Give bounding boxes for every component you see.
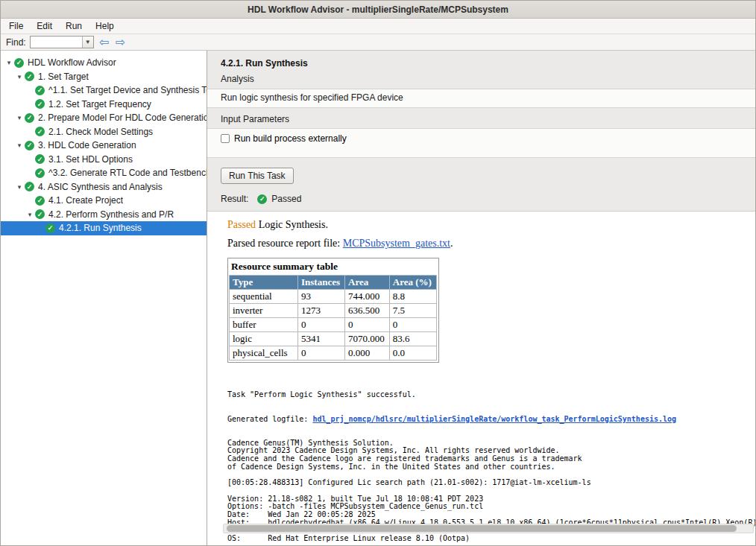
passed-check-icon: [25, 141, 34, 150]
find-next-arrow-icon[interactable]: ⇨: [114, 36, 127, 48]
tree-item[interactable]: 3.1. Set HDL Options: [1, 153, 207, 167]
tree-item-label: 4.2. Perform Synthesis and P/R: [48, 209, 174, 220]
expander-down-icon[interactable]: ▾: [14, 183, 25, 191]
tree-item[interactable]: ▾4.2. Perform Synthesis and P/R: [1, 208, 207, 222]
menu-edit[interactable]: Edit: [30, 19, 59, 33]
passed-check-icon: [35, 154, 45, 164]
tree-item[interactable]: 2.1. Check Model Settings: [1, 125, 207, 139]
expander-down-icon[interactable]: ▾: [14, 73, 25, 80]
table-cell: 1273: [298, 304, 345, 318]
tree-item-label: 4.2.1. Run Synthesis: [59, 223, 142, 233]
passed-check-icon: [25, 182, 34, 191]
passed-check-icon: [25, 113, 34, 123]
passed-check-icon: [35, 86, 45, 95]
menu-file[interactable]: File: [2, 19, 30, 33]
table-cell: 0: [389, 318, 436, 332]
synthesis-log: Task "Perform Logic Synthesis" successfu…: [227, 375, 755, 545]
find-dropdown-button[interactable]: ▼: [82, 36, 93, 48]
passed-check-icon: [35, 99, 45, 109]
passed-check-icon: [25, 72, 34, 81]
tree-item-label: 1. Set Target: [38, 72, 89, 82]
resource-summary-table: TypeInstancesAreaArea (%)sequential93744…: [229, 275, 437, 361]
window-title: HDL Workflow Advisor - multiplierSingleR…: [248, 4, 508, 15]
tree-item[interactable]: ▾3. HDL Code Generation: [1, 139, 207, 153]
parsed-prefix: Parsed resource report file:: [227, 238, 343, 249]
task-title: 4.2.1. Run Synthesis: [207, 51, 755, 71]
expander-down-icon[interactable]: ▾: [14, 114, 25, 121]
section-analysis-label: Analysis: [207, 71, 755, 89]
expander-down-icon[interactable]: ▾: [25, 211, 35, 218]
tree-item-label: 2. Prepare Model For HDL Code Generation: [38, 112, 207, 123]
tree-item-label: 1.2. Set Target Frequency: [48, 99, 151, 109]
expander-down-icon[interactable]: ▾: [14, 142, 25, 149]
table-cell: 8.8: [389, 290, 436, 304]
log-logfile-line: Generated logfile: hdl_prj_nomcp/hdlsrc/…: [227, 416, 755, 424]
synthesis-report: Passed Logic Synthesis. Parsed resource …: [207, 211, 755, 545]
gates-report-link[interactable]: MCPSubsystem_gates.txt: [343, 238, 450, 249]
run-this-task-button[interactable]: Run This Task: [221, 168, 294, 184]
table-header-row: TypeInstancesAreaArea (%): [230, 276, 437, 290]
tree-item-label: ^1.1. Set Target Device and Synthesis To…: [48, 85, 207, 95]
table-cell: 83.6: [389, 332, 436, 346]
input-parameters-label: Input Parameters: [207, 108, 755, 128]
checkbox-label: Run build process externally: [234, 133, 347, 144]
horizontal-scrollbar[interactable]: [223, 524, 754, 533]
passed-check-icon: [257, 194, 267, 204]
hdl-workflow-advisor-window: HDL Workflow Advisor - multiplierSingleR…: [0, 0, 756, 546]
tree-item[interactable]: ▾4. ASIC Synthesis and Analysis: [1, 180, 207, 194]
find-toolbar: Find: ▼ ⇦ ⇨: [1, 34, 755, 51]
tree-item-label: 3.1. Set HDL Options: [48, 154, 133, 165]
tree-item-label: 2.1. Check Model Settings: [48, 127, 153, 137]
table-cell: sequential: [230, 290, 298, 304]
expander-down-icon[interactable]: ▾: [4, 59, 14, 66]
table-cell: 5341: [298, 332, 345, 346]
result-value: Passed: [271, 194, 301, 204]
passed-check-icon: [35, 196, 45, 206]
find-previous-arrow-icon[interactable]: ⇦: [98, 36, 110, 48]
table-cell: 744.000: [345, 290, 390, 304]
menu-help[interactable]: Help: [89, 19, 121, 33]
table-cell: 0.0: [389, 346, 436, 361]
tree-item[interactable]: ^1.1. Set Target Device and Synthesis To…: [1, 83, 207, 98]
tree-item-label: 3. HDL Code Generation: [38, 140, 136, 150]
tree-item[interactable]: 4.2.1. Run Synthesis: [1, 221, 207, 235]
table-row: sequential93744.0008.8: [230, 290, 437, 304]
checkbox-icon[interactable]: [221, 134, 230, 143]
tree-item[interactable]: 1.2. Set Target Frequency: [1, 98, 207, 112]
passed-rest-text: Logic Synthesis.: [256, 219, 328, 230]
passed-check-icon: [35, 127, 45, 136]
passed-check-icon: [45, 223, 55, 233]
table-header-cell: Area (%): [389, 276, 436, 290]
task-panel: 4.2.1. Run Synthesis Analysis Run logic …: [207, 51, 755, 545]
resource-table-caption: Resource summary table: [229, 259, 437, 275]
table-cell: 636.500: [345, 304, 390, 318]
logfile-link[interactable]: hdl_prj_nomcp/hdlsrc/multiplierSingleRat…: [312, 415, 676, 423]
table-cell: 7070.000: [345, 332, 390, 346]
tree-item[interactable]: 4.1. Create Project: [1, 194, 207, 208]
input-parameters-box: Run build process externally: [207, 128, 755, 158]
menu-run[interactable]: Run: [59, 19, 89, 33]
find-combobox[interactable]: ▼: [30, 36, 94, 48]
table-cell: physical_cells: [230, 346, 298, 361]
chevron-down-icon: ▼: [85, 39, 91, 45]
tree-item[interactable]: ▾2. Prepare Model For HDL Code Generatio…: [1, 111, 207, 125]
tree-item[interactable]: ^3.2. Generate RTL Code and Testbench: [1, 166, 207, 180]
menubar: FileEditRunHelp: [1, 19, 755, 34]
tree-item-label: HDL Workflow Advisor: [28, 57, 116, 68]
passed-check-icon: [35, 209, 45, 219]
table-cell: logic: [230, 332, 298, 346]
tree-item[interactable]: ▾HDL Workflow Advisor: [1, 56, 207, 70]
tree-item[interactable]: ▾1. Set Target: [1, 70, 207, 84]
table-header-cell: Instances: [298, 276, 345, 290]
table-cell: 7.5: [389, 304, 436, 318]
scrollbar-thumb[interactable]: [227, 525, 737, 532]
passed-line: Passed Logic Synthesis.: [227, 219, 755, 231]
result-label: Result:: [221, 194, 248, 204]
run-externally-option[interactable]: Run build process externally: [221, 133, 347, 144]
parsed-suffix: .: [450, 238, 453, 249]
table-header-cell: Type: [230, 276, 298, 290]
tree-item-label: 4. ASIC Synthesis and Analysis: [38, 182, 163, 192]
task-description: Run logic synthesis for specified FPGA d…: [221, 92, 403, 103]
find-input[interactable]: [31, 36, 82, 48]
logfile-prefix: Generated logfile:: [227, 415, 312, 423]
